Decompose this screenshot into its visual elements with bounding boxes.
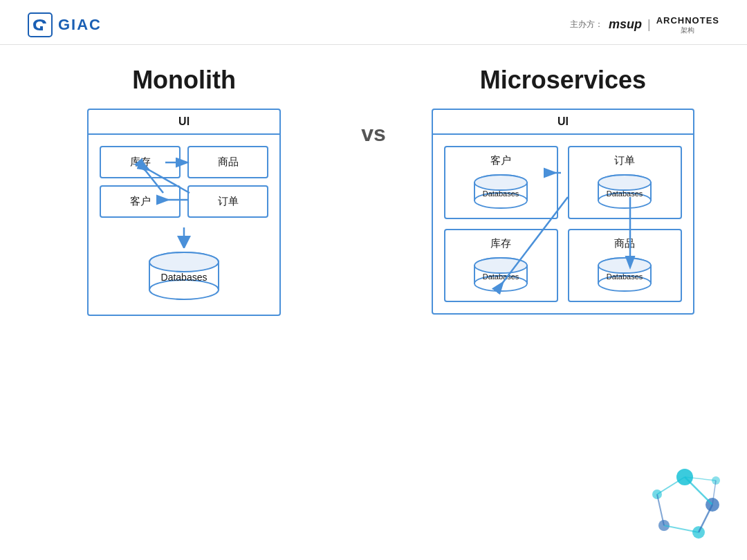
network-decoration-svg (636, 456, 733, 553)
micro-label-dingdan: 订单 (614, 154, 635, 167)
monolith-services-container: 库存 商品 客户 订单 (100, 146, 268, 218)
svg-point-32 (474, 258, 527, 273)
sponsor-divider: | (647, 17, 651, 32)
microservices-diagram: UI 客户 Databases (432, 109, 694, 315)
micro-block-kehu: 客户 Databases (444, 146, 558, 219)
svg-text:Databases: Databases (483, 189, 519, 198)
microservices-title: Microservices (480, 66, 646, 95)
monolith-db-arrow-container: Databases (142, 227, 225, 304)
micro-block-kucun: 库存 Databases (444, 229, 558, 302)
svg-line-52 (664, 525, 699, 532)
svg-point-39 (598, 258, 651, 273)
main-content: Monolith UI 库存 商品 客户 订单 (0, 45, 747, 557)
sponsor-area: 主办方： msup | ARCHNOTES 架构 (570, 16, 719, 33)
micro-inner: 客户 Databases 订单 (433, 135, 693, 313)
micro-db-kehu: Databases (470, 173, 532, 211)
svg-rect-0 (28, 13, 52, 37)
svg-line-51 (699, 505, 712, 532)
svg-line-54 (657, 477, 685, 494)
monolith-db-arrow-svg (177, 227, 191, 248)
micro-label-kucun: 库存 (490, 237, 511, 250)
micro-db-dingdan: Databases (593, 173, 656, 211)
monolith-ui-header: UI (89, 110, 279, 135)
archnotes-brand: ARCHNOTES 架构 (656, 16, 719, 33)
monolith-grid: 库存 商品 客户 订单 (100, 146, 268, 218)
archnotes-sub: 架构 (681, 26, 694, 34)
micro-label-kehu: 客户 (490, 154, 511, 167)
micro-block-shangpin: 商品 Databases (568, 229, 682, 302)
svg-text:Databases: Databases (161, 272, 208, 283)
monolith-database-svg: Databases (142, 248, 225, 304)
sponsor-label: 主办方： (570, 19, 603, 30)
msup-logo: msup (609, 17, 642, 32)
service-box-kehu: 客户 (100, 185, 181, 218)
micro-db-shangpin: Databases (593, 256, 656, 294)
monolith-inner: 库存 商品 客户 订单 (89, 135, 279, 315)
svg-point-10 (149, 280, 219, 299)
microservices-section: Microservices UI 客户 (421, 66, 706, 315)
micro-block-dingdan: 订单 Databases (568, 146, 682, 219)
monolith-title: Monolith (132, 66, 236, 95)
monolith-diagram: UI 库存 商品 客户 订单 (87, 109, 281, 316)
vs-text: vs (354, 121, 393, 147)
svg-text:Databases: Databases (483, 272, 519, 281)
svg-text:Databases: Databases (607, 189, 643, 198)
svg-point-11 (149, 252, 219, 272)
micro-db-kucun: Databases (470, 256, 532, 294)
logo-text: GIAC (58, 16, 102, 34)
svg-text:Databases: Databases (607, 272, 643, 281)
header: GIAC 主办方： msup | ARCHNOTES 架构 (0, 0, 747, 45)
micro-ui-header: UI (433, 110, 693, 135)
monolith-section: Monolith UI 库存 商品 客户 订单 (42, 66, 326, 316)
service-box-kucun: 库存 (100, 146, 181, 178)
micro-inner-wrapper: 客户 Databases 订单 (433, 135, 693, 313)
archnotes-logo: ARCHNOTES (656, 16, 719, 26)
svg-point-18 (474, 175, 527, 190)
micro-label-shangpin: 商品 (614, 237, 635, 250)
logo-area: GIAC (28, 12, 102, 37)
service-box-shangpin: 商品 (187, 146, 268, 178)
svg-line-53 (657, 494, 664, 525)
service-box-dingdan: 订单 (187, 185, 268, 218)
giac-logo-icon (28, 12, 53, 37)
svg-point-25 (598, 175, 651, 190)
svg-line-50 (685, 477, 712, 505)
